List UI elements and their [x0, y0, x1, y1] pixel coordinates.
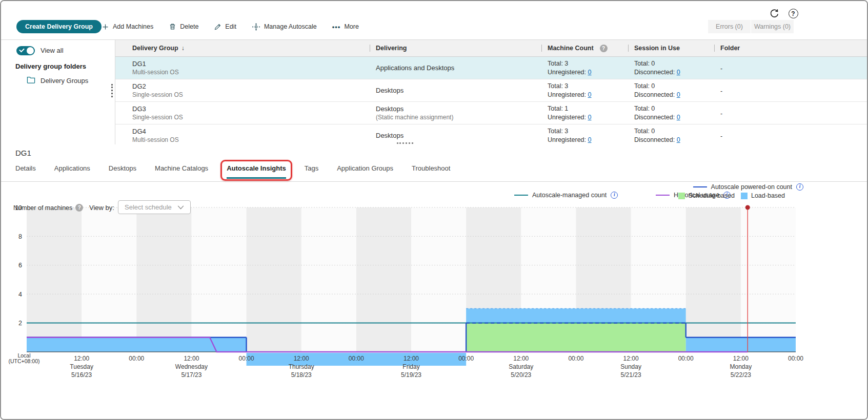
unregistered-label: Unregistered: — [548, 136, 586, 143]
panel-splitter-handle[interactable] — [397, 142, 413, 144]
chart-label: 5/20/23 — [511, 371, 531, 379]
chart-label: Wednesday — [175, 363, 208, 370]
chart-label: Saturday — [509, 363, 533, 370]
session-total: Total: 0 — [634, 59, 714, 68]
legend-label: Autoscale powered-on count — [711, 183, 792, 191]
tab-troubleshoot[interactable]: Troubleshoot — [412, 164, 450, 179]
machine-total: Total: 3 — [548, 82, 628, 91]
toolbar: Create Delivery Group Add Machines Delet… — [1, 1, 867, 40]
disconnected-label: Disconnected: — [634, 91, 675, 98]
schedule-based-area — [466, 323, 686, 352]
unregistered-count-link[interactable]: 0 — [588, 91, 592, 98]
view-all-toggle[interactable] — [16, 46, 35, 55]
managed-info-icon[interactable]: i — [611, 192, 618, 199]
number-of-machines-help-icon[interactable]: ? — [75, 204, 83, 212]
check-icon — [19, 47, 25, 53]
add-machines-button[interactable]: Add Machines — [102, 23, 153, 31]
machine-count-help-icon[interactable]: ? — [600, 45, 608, 52]
dg-os: Multi-session OS — [132, 68, 370, 76]
dg-name: DG3 — [132, 104, 370, 113]
session-total: Total: 0 — [634, 127, 714, 136]
machine-total: Total: 3 — [548, 127, 628, 136]
chart-label: 12:00 — [403, 355, 419, 362]
column-label: Session in Use — [634, 45, 680, 52]
sidebar-resize-handle[interactable] — [111, 84, 113, 97]
unregistered-label: Unregistered: — [548, 114, 586, 121]
column-header-delivery-group[interactable]: Delivery Group ↓ — [115, 45, 370, 52]
create-delivery-group-button[interactable]: Create Delivery Group — [16, 20, 102, 33]
schedule-based-swatch — [678, 193, 685, 199]
tab-details[interactable]: Details — [15, 164, 36, 179]
disconnected-count-link[interactable]: 0 — [677, 136, 680, 143]
tab-tags[interactable]: Tags — [305, 164, 318, 179]
unregistered-label: Unregistered: — [548, 69, 586, 76]
disconnected-label: Disconnected: — [634, 69, 675, 76]
column-header-folder[interactable]: Folder — [714, 45, 867, 52]
halfday-band — [27, 207, 82, 352]
errors-button[interactable]: Errors (0) — [708, 20, 751, 33]
chart-label: 5/22/23 — [731, 371, 751, 379]
view-by-label: View by: — [89, 204, 114, 212]
legend-autoscale-managed-count: Autoscale-managed count i — [514, 192, 618, 199]
sidebar-item-delivery-groups[interactable]: Delivery Groups — [27, 76, 88, 85]
powered-info-icon[interactable]: i — [796, 183, 803, 191]
halfday-band — [136, 207, 191, 352]
table-row-dg2[interactable]: DG2Single-session OS Desktops Total: 3 U… — [115, 79, 867, 102]
more-button[interactable]: ••• More — [332, 23, 359, 31]
folders-heading: Delivery group folders — [15, 62, 86, 70]
schedule-select-dropdown[interactable]: Select schedule — [118, 200, 191, 214]
table-row-dg3[interactable]: DG3Single-session OS Desktops(Static mac… — [115, 102, 867, 124]
chart-label: 00:00 — [349, 355, 364, 362]
chart-label: 00:00 — [788, 355, 803, 362]
tab-machine-catalogs[interactable]: Machine Catalogs — [155, 164, 208, 179]
delete-button[interactable]: Delete — [169, 23, 198, 31]
tab-autoscale-insights[interactable]: Autoscale Insights — [227, 164, 286, 179]
unregistered-count-link[interactable]: 0 — [588, 114, 592, 121]
disconnected-count-link[interactable]: 0 — [677, 69, 680, 76]
unregistered-count-link[interactable]: 0 — [588, 69, 592, 76]
chart-label: 4 — [18, 291, 22, 298]
chart-label: Monday — [730, 363, 752, 370]
dg-delivering: Desktops — [376, 86, 541, 95]
folder-item-label: Delivery Groups — [41, 77, 88, 85]
table-row-dg1[interactable]: DG1Multi-session OS Applications and Des… — [115, 57, 867, 79]
chart-label: 5/18/23 — [291, 371, 312, 379]
chart-label: Thursday — [289, 363, 314, 370]
tab-desktops[interactable]: Desktops — [109, 164, 136, 179]
unregistered-label: Unregistered: — [548, 91, 586, 98]
column-label: Delivery Group — [132, 45, 178, 52]
column-header-machine-count[interactable]: Machine Count ? — [541, 45, 628, 52]
refresh-icon[interactable] — [768, 7, 780, 19]
chart-label: 00:00 — [239, 355, 254, 362]
dg-os: Single-session OS — [132, 113, 370, 121]
chart-label: Friday — [402, 363, 419, 370]
tab-applications[interactable]: Applications — [54, 164, 90, 179]
folder-value: - — [720, 88, 722, 95]
more-label: More — [344, 23, 358, 30]
unregistered-count-link[interactable]: 0 — [588, 136, 592, 143]
chart-label: 5/21/23 — [621, 371, 641, 379]
edit-button[interactable]: Edit — [214, 23, 236, 31]
dg-delivering-note: (Static machine assignment) — [376, 113, 541, 121]
folder-value: - — [720, 133, 722, 140]
help-icon[interactable]: ? — [787, 7, 799, 19]
manage-autoscale-button[interactable]: Manage Autoscale — [252, 23, 317, 31]
chart-label: Tuesday — [70, 363, 93, 370]
warnings-button[interactable]: Warnings (0) — [751, 20, 794, 33]
disconnected-count-link[interactable]: 0 — [677, 114, 680, 121]
tabs-divider — [1, 181, 867, 182]
session-total: Total: 0 — [634, 104, 714, 113]
table-row-dg4[interactable]: DG4Multi-session OS Desktops Total: 3 Un… — [115, 124, 867, 147]
legend-schedule-based: Schedule-based — [678, 192, 735, 199]
column-header-delivering[interactable]: Delivering — [370, 45, 541, 52]
column-header-session-in-use[interactable]: Session in Use — [628, 45, 714, 52]
load-based-swatch — [741, 193, 748, 199]
chart-label: 12:00 — [733, 355, 749, 362]
chart-label: 12:00 — [74, 355, 89, 362]
disconnected-count-link[interactable]: 0 — [677, 91, 680, 98]
disconnected-label: Disconnected: — [634, 114, 675, 121]
powered-line-swatch — [693, 186, 707, 187]
tab-application-groups[interactable]: Application Groups — [337, 164, 393, 179]
halfday-band — [686, 207, 741, 352]
chart-label: 12:00 — [184, 355, 199, 362]
